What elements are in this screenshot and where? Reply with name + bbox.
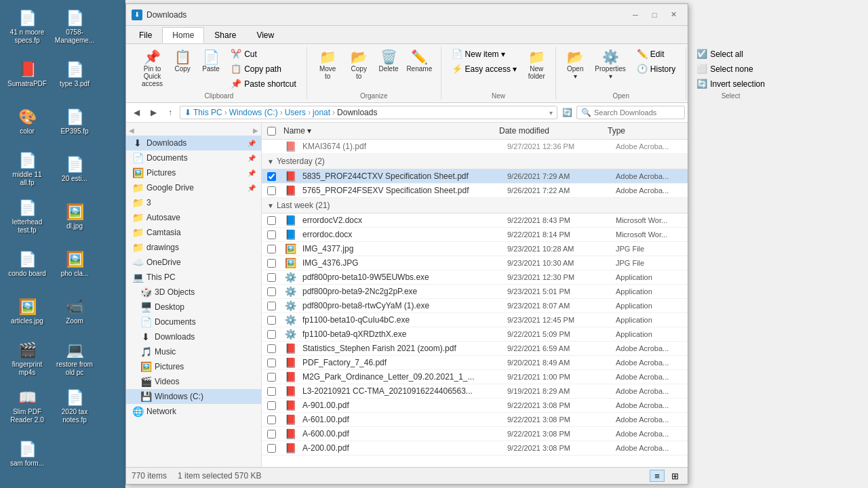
refresh-button[interactable]: 🔄 <box>559 105 574 120</box>
move-to-button[interactable]: 📁 Move to <box>313 47 343 83</box>
file-checkbox-lw-6[interactable] <box>262 302 281 310</box>
breadcrumb-downloads[interactable]: Downloads <box>337 108 377 117</box>
sidebar-item-documents2[interactable]: 📄 Documents <box>126 314 261 329</box>
tab-share[interactable]: Share <box>204 27 246 43</box>
breadcrumb-thispc[interactable]: This PC <box>193 108 222 117</box>
paste-button[interactable]: 📄 Paste <box>197 47 224 76</box>
desktop-icon-item[interactable]: 📄EP395.fp <box>51 98 98 146</box>
close-button[interactable]: ✕ <box>665 8 682 22</box>
sidebar-item-3[interactable]: 📁 3 <box>126 195 261 210</box>
desktop-icon-item[interactable]: 📖Slim PDF Reader 2.0 <box>3 383 51 430</box>
details-view-button[interactable]: ≡ <box>650 470 665 482</box>
search-input[interactable] <box>594 108 675 117</box>
pin-to-quick-access-button[interactable]: 📌 Pin to Quickaccess <box>137 47 167 91</box>
file-row-lw-3[interactable]: 🖼️ IMG_4376.JPG 9/23/2021 10:30 AM JPG F… <box>262 256 688 270</box>
copy-path-button[interactable]: 📋 Copy path <box>226 62 301 76</box>
file-row-lw-12[interactable]: 📕 L3-20210921 CC-TMA_20210916224406563..… <box>262 384 688 399</box>
sidebar-item-drawings[interactable]: 📁 drawings <box>126 240 261 255</box>
file-row-lw-2[interactable]: 🖼️ IMG_4377.jpg 9/23/2021 10:28 AM JPG F… <box>262 242 688 256</box>
paste-shortcut-button[interactable]: 📌 Paste shortcut <box>226 77 301 91</box>
file-checkbox-lw-11[interactable] <box>262 373 281 382</box>
file-checkbox-lw-3[interactable] <box>262 259 281 268</box>
sidebar-item-camtasia[interactable]: 📁 Camtasia <box>126 225 261 240</box>
group-lastweek[interactable]: ▼ Last week (21) <box>262 198 688 214</box>
sidebar-item-autosave[interactable]: 📁 Autosave <box>126 210 261 225</box>
desktop-icon-item[interactable]: 🖼️dl.jpg <box>51 193 98 241</box>
maximize-button[interactable]: □ <box>646 8 663 22</box>
file-row-lw-15[interactable]: 📕 A-600.00.pdf 9/22/2021 3:08 PM Adobe A… <box>262 427 688 441</box>
file-row-lw-10[interactable]: 📕 PDF_Factory_7_46.pdf 9/20/2021 8:49 AM… <box>262 356 688 370</box>
sidebar-item-thispc[interactable]: 💻 This PC <box>126 270 261 285</box>
minimize-button[interactable]: ─ <box>627 8 644 22</box>
sidebar-item-windowsc[interactable]: 💾 Windows (C:) <box>126 389 261 404</box>
desktop-icon-item[interactable]: 📄0758-Manageme... <box>51 3 98 51</box>
sidebar-item-documents[interactable]: 📄 Documents 📌 <box>126 150 261 165</box>
breadcrumb-dropdown-button[interactable]: ▾ <box>549 109 553 117</box>
sidebar-item-videos[interactable]: 🎬 Videos <box>126 374 261 389</box>
copy-button[interactable]: 📋 Copy <box>169 47 196 76</box>
breadcrumb-windows[interactable]: Windows (C:) <box>229 108 278 117</box>
sidebar-item-googledrive[interactable]: 📁 Google Drive 📌 <box>126 180 261 195</box>
desktop-icon-item[interactable]: 🖼️articles.jpg <box>3 288 51 336</box>
file-checkbox-lw-14[interactable] <box>262 415 281 424</box>
desktop-icon-item[interactable]: 💻restore from old pc <box>51 336 98 383</box>
sidebar-collapse-btn[interactable]: ◀ <box>129 127 134 134</box>
file-row-lw-11[interactable]: 📕 M2G_Park_Ordinance_Letter_09.20.2021_1… <box>262 370 688 384</box>
file-checkbox-lw-8[interactable] <box>262 330 281 339</box>
file-row-lw-16[interactable]: 📕 A-200.00.pdf 9/22/2021 3:08 PM Adobe A… <box>262 441 688 455</box>
file-row-lw-4[interactable]: ⚙️ pdf800pro-beta10-9W5EUWbs.exe 9/23/20… <box>262 270 688 285</box>
sidebar-item-desktop[interactable]: 🖥️ Desktop <box>126 300 261 314</box>
desktop-icon-item[interactable]: 📕SumatraPDF <box>3 51 51 98</box>
desktop-icon-item[interactable]: 📄letterhead test.fp <box>3 193 51 241</box>
new-item-button[interactable]: 📄 New item ▾ <box>447 47 522 61</box>
file-row-lw-1[interactable]: 📘 errordoc.docx 9/22/2021 8:14 PM Micros… <box>262 228 688 242</box>
file-checkbox-lw-15[interactable] <box>262 430 281 439</box>
invert-selection-button[interactable]: 🔄 Invert selection <box>692 77 770 91</box>
file-row-lw-9[interactable]: 📕 Statistics_Stephen Farish 2021 (zoom).… <box>262 342 688 356</box>
new-folder-button[interactable]: 📁 Newfolder <box>523 47 550 83</box>
sidebar-item-music[interactable]: 🎵 Music <box>126 344 261 359</box>
desktop-icon-item[interactable]: 📄middle 11 all.fp <box>3 146 51 193</box>
file-checkbox-1[interactable] <box>262 186 281 195</box>
desktop-icon-item[interactable]: 📹Zoom <box>51 288 98 336</box>
open-button[interactable]: 📂 Open ▾ <box>561 47 589 83</box>
file-checkbox-lw-4[interactable] <box>262 273 281 282</box>
desktop-icon-item[interactable]: 🎨color <box>3 98 51 146</box>
breadcrumb-jonat[interactable]: jonat <box>313 108 330 117</box>
file-checkbox-lw-9[interactable] <box>262 344 281 353</box>
column-name[interactable]: Name ▾ <box>281 124 496 138</box>
tab-home[interactable]: Home <box>162 27 204 43</box>
file-row-lw-7[interactable]: ⚙️ fp1100-beta10-qCuIu4bC.exe 9/23/2021 … <box>262 313 688 327</box>
file-row-lw-6[interactable]: ⚙️ pdf800pro-beta8-rtwCyYaM (1).exe 9/23… <box>262 299 688 313</box>
breadcrumb-users[interactable]: Users <box>285 108 306 117</box>
up-button[interactable]: ↑ <box>163 105 178 120</box>
select-all-checkbox[interactable] <box>267 127 276 136</box>
column-type[interactable]: Type <box>605 124 679 138</box>
desktop-icon-item[interactable]: 📄2020 tax notes.fp <box>51 383 98 430</box>
tab-file[interactable]: File <box>129 27 162 43</box>
tab-view[interactable]: View <box>246 27 284 43</box>
cut-button[interactable]: ✂️ Cut <box>226 47 301 61</box>
file-checkbox-lw-7[interactable] <box>262 316 281 325</box>
forward-button[interactable]: ▶ <box>146 105 161 120</box>
group-yesterday[interactable]: ▼ Yesterday (2) <box>262 154 688 169</box>
sidebar-item-onedrive[interactable]: ☁️ OneDrive <box>126 255 261 270</box>
desktop-icon-item[interactable]: 📄condo board <box>3 241 51 288</box>
desktop-icon-item[interactable]: 📄20 esti... <box>51 146 98 193</box>
file-row-lw-8[interactable]: ⚙️ fp1100-beta9-qXRDzthX.exe 9/22/2021 5… <box>262 327 688 342</box>
file-row-lw-13[interactable]: 📕 A-901.00.pdf 9/22/2021 3:08 PM Adobe A… <box>262 399 688 413</box>
desktop-icon-item[interactable]: 🖼️pho cla... <box>51 241 98 288</box>
file-row-lw-5[interactable]: ⚙️ pdf800pro-beta9-2Nc2g2pP.exe 9/23/202… <box>262 285 688 299</box>
properties-button[interactable]: ⚙️ Properties ▾ <box>590 47 631 83</box>
file-row-1[interactable]: 📕 5765_PROF24FSEXV Specification Sheet.p… <box>262 184 688 198</box>
select-all-button[interactable]: ☑️ Select all <box>692 47 770 61</box>
file-checkbox-lw-16[interactable] <box>262 444 281 453</box>
file-row-lw-0[interactable]: 📘 errordocV2.docx 9/22/2021 8:43 PM Micr… <box>262 214 688 228</box>
back-button[interactable]: ◀ <box>129 105 144 120</box>
file-checkbox-lw-10[interactable] <box>262 359 281 367</box>
file-checkbox-lw-0[interactable] <box>262 216 281 225</box>
file-row-lw-14[interactable]: 📕 A-601.00.pdf 9/22/2021 3:08 PM Adobe A… <box>262 413 688 427</box>
desktop-icon-item[interactable]: 📄sam form... <box>3 430 51 478</box>
easy-access-button[interactable]: ⚡ Easy access ▾ <box>447 62 522 76</box>
copy-to-button[interactable]: 📂 Copy to <box>344 47 374 83</box>
